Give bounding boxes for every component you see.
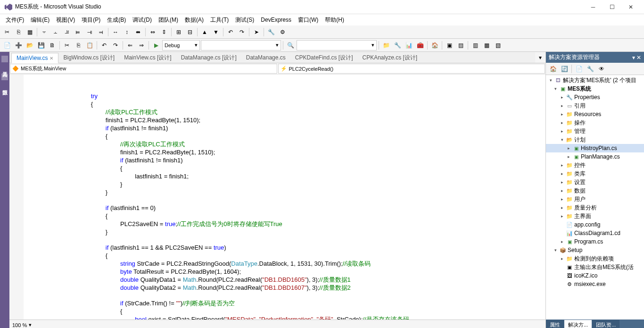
tab-team[interactable]: 团队资... xyxy=(592,320,619,328)
nav-back-icon[interactable]: ⇐ xyxy=(125,40,135,50)
file-appconfig[interactable]: 📄app.config xyxy=(546,220,644,229)
tools2-icon[interactable]: ⚙ xyxy=(277,27,288,37)
sidebar-datasource[interactable]: 数据源 xyxy=(0,83,9,89)
save-icon[interactable]: 💾 xyxy=(36,40,46,50)
add-item-icon[interactable]: ➕ xyxy=(13,40,24,50)
tab-datamanage-design[interactable]: DataManage.cs [设计] xyxy=(176,52,241,63)
node-action[interactable]: ▸📁操作 xyxy=(546,118,644,127)
same-size-icon[interactable]: ⬌ xyxy=(133,27,143,37)
center-v-icon[interactable]: ⊟ xyxy=(185,27,195,37)
tab-datamanage[interactable]: DataManage.cs xyxy=(241,52,290,63)
find-icon[interactable]: 🔍 xyxy=(285,40,296,50)
send-back-icon[interactable]: ▼ xyxy=(211,27,221,37)
file-planmanage[interactable]: ▸▣PlanManage.cs xyxy=(546,152,644,161)
grid-icon[interactable]: ▦ xyxy=(25,27,35,37)
menu-test[interactable]: 测试(S) xyxy=(232,15,257,25)
sidebar-toolbox[interactable]: 工具箱 xyxy=(0,65,9,71)
project-setup[interactable]: ▾📦Setup xyxy=(546,246,644,254)
preview-icon[interactable]: 👁 xyxy=(596,64,607,74)
redo-icon[interactable]: ↷ xyxy=(237,27,247,37)
node-properties[interactable]: ▸🔧Properties xyxy=(546,93,644,101)
tab-bigwindow[interactable]: BigWindow.cs [设计] xyxy=(58,52,119,63)
nav-fwd-icon[interactable]: ⇒ xyxy=(136,40,147,50)
solution-tree[interactable]: ▾⚃解决方案'MES系统' (2 个项目 ▾▣MES系统 ▸🔧Propertie… xyxy=(546,75,644,320)
tab-cpkanalyze[interactable]: CPKAnalyze.cs [设计] xyxy=(357,52,422,63)
panel-close-icon[interactable]: ✕ xyxy=(636,54,641,61)
menu-view[interactable]: 视图(V) xyxy=(53,15,78,25)
nav-class-dropdown[interactable]: 🔶MES系统.MainView xyxy=(10,64,277,74)
menu-build[interactable]: 生成(B) xyxy=(104,15,129,25)
pin-icon[interactable]: ▾ xyxy=(632,54,635,61)
menu-help[interactable]: 帮助(H) xyxy=(322,15,347,25)
sol-explorer-icon[interactable]: 📁 xyxy=(381,40,391,50)
close-tab-icon[interactable]: ✕ xyxy=(50,56,53,61)
find-dropdown[interactable]: ▾ xyxy=(297,40,377,50)
copy-icon[interactable]: ⎘ xyxy=(13,27,24,37)
hspace-icon[interactable]: ⇔ xyxy=(148,27,158,37)
bring-front-icon[interactable]: ▲ xyxy=(199,27,210,37)
tab-solution[interactable]: 解决方... xyxy=(564,320,592,328)
node-quality[interactable]: ▸📁质量分析 xyxy=(546,203,644,212)
solution-root[interactable]: ▾⚃解决方案'MES系统' (2 个项目 xyxy=(546,76,644,84)
obj-browser-icon[interactable]: 📊 xyxy=(404,40,414,50)
code-editor[interactable]: try { //读取PLC工作模式 finish1 = PLC2.ReadByt… xyxy=(9,75,545,320)
node-lib[interactable]: ▸📁类库 xyxy=(546,169,644,178)
config-dropdown[interactable]: Debug▾ xyxy=(162,40,200,50)
undo2-icon[interactable]: ↶ xyxy=(99,40,109,50)
cut-icon[interactable]: ✂ xyxy=(2,27,12,37)
open-icon[interactable]: 📂 xyxy=(25,40,35,50)
file-ico[interactable]: 🖼icoKZ.ico xyxy=(546,271,644,280)
file-histroyplan[interactable]: ▸▣HistroyPlan.cs xyxy=(546,144,644,152)
props2-icon[interactable]: 🔧 xyxy=(585,64,595,74)
toolbox-icon[interactable]: 🧰 xyxy=(415,40,425,50)
menu-data[interactable]: 数据(A) xyxy=(182,15,206,25)
same-height-icon[interactable]: ↕ xyxy=(122,27,132,37)
tab-properties[interactable]: 属性 xyxy=(546,320,564,328)
menu-devexpress[interactable]: DevExpress xyxy=(258,16,294,24)
center-h-icon[interactable]: ⊞ xyxy=(173,27,184,37)
node-user[interactable]: ▸📁用户 xyxy=(546,195,644,203)
menu-team[interactable]: 团队(M) xyxy=(156,15,181,25)
paste-icon[interactable]: 📋 xyxy=(84,40,95,50)
node-resources[interactable]: ▸📁Resources xyxy=(546,110,644,118)
start-page-icon[interactable]: 🏠 xyxy=(429,40,440,50)
copy2-icon[interactable]: ⎘ xyxy=(73,40,83,50)
platform-dropdown[interactable]: ▾ xyxy=(201,40,281,50)
new-project-icon[interactable]: 📄 xyxy=(2,40,12,50)
home-icon[interactable]: 🏠 xyxy=(548,64,558,74)
node-mainui[interactable]: ▸📁主界面 xyxy=(546,212,644,220)
ext4-icon[interactable]: ▦ xyxy=(481,40,492,50)
tools-icon[interactable]: 🔧 xyxy=(266,27,276,37)
align-bottom-icon[interactable]: ⫤ xyxy=(96,27,106,37)
maximize-button[interactable]: ☐ xyxy=(603,0,621,14)
tab-mainview-design[interactable]: MainView.cs [设计] xyxy=(119,52,176,63)
close-button[interactable]: ✕ xyxy=(621,0,640,14)
menu-file[interactable]: 文件(F) xyxy=(3,15,27,25)
menu-edit[interactable]: 编辑(E) xyxy=(28,15,52,25)
node-data[interactable]: ▸📁数据 xyxy=(546,186,644,195)
node-deps[interactable]: ▸📁检测到的依赖项 xyxy=(546,254,644,263)
props-icon[interactable]: 🔧 xyxy=(392,40,403,50)
cut2-icon[interactable]: ✂ xyxy=(62,40,72,50)
node-output[interactable]: ▣主输出来自MES系统(活 xyxy=(546,263,644,271)
menu-window[interactable]: 窗口(W) xyxy=(295,15,321,25)
show-all-icon[interactable]: 📄 xyxy=(574,64,584,74)
node-control[interactable]: ▸📁控件 xyxy=(546,161,644,169)
tab-cpkdatefind[interactable]: CPKDateFind.cs [设计] xyxy=(290,52,358,63)
file-program[interactable]: ▸▣Program.cs xyxy=(546,237,644,246)
ext3-icon[interactable]: ▥ xyxy=(470,40,480,50)
refresh-icon[interactable]: 🔄 xyxy=(559,64,570,74)
start-icon[interactable]: ▶ xyxy=(151,40,161,50)
menu-debug[interactable]: 调试(D) xyxy=(130,15,155,25)
project-mes[interactable]: ▾▣MES系统 xyxy=(546,84,644,93)
file-classdiagram[interactable]: 📊ClassDiagram1.cd xyxy=(546,229,644,237)
menu-project[interactable]: 项目(P) xyxy=(79,15,103,25)
align-right-icon[interactable]: ⫡ xyxy=(62,27,72,37)
node-plan[interactable]: ▾📂计划 xyxy=(546,135,644,144)
tab-mainview[interactable]: MainView.cs✕ xyxy=(11,53,58,63)
ext2-icon[interactable]: ▤ xyxy=(455,40,466,50)
node-manage[interactable]: ▸📁管理 xyxy=(546,127,644,135)
zoom-level[interactable]: 100 % xyxy=(12,322,27,328)
align-top-icon[interactable]: ⫢ xyxy=(73,27,83,37)
same-width-icon[interactable]: ↔ xyxy=(110,27,121,37)
